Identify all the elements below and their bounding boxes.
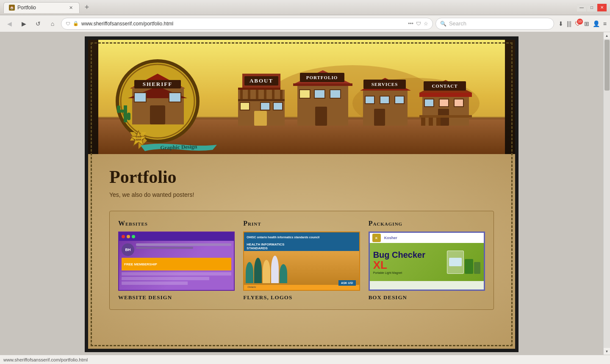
person-3 (263, 260, 270, 283)
site-body: Portfolio Yes, we also do wanted posters… (88, 154, 515, 349)
websites-category: Websites BH (118, 220, 235, 301)
svg-rect-15 (124, 105, 127, 122)
websites-title: Websites (118, 220, 235, 227)
scroll-up-arrow[interactable]: ▲ (604, 32, 610, 39)
browser-bar (119, 232, 234, 241)
website-row-2 (122, 277, 209, 280)
svg-rect-49 (380, 96, 389, 104)
new-tab-button[interactable]: + (81, 2, 92, 13)
svg-text:Graphic Design: Graphic Design (160, 143, 197, 151)
pkg-logo: K (372, 234, 381, 242)
svg-rect-58 (439, 99, 449, 107)
extensions-icon[interactable]: ⊞ (584, 20, 589, 27)
scrollbar[interactable]: ▲ ▼ (603, 32, 610, 355)
dot-green (132, 235, 135, 238)
header-illustration: SHERIFF (88, 40, 515, 154)
titlebar: 🏠 Portfolio ✕ + — □ ✕ (0, 0, 610, 15)
website-banner: FREE MEMBERSHIP (122, 258, 231, 270)
site-header: SHERIFF (88, 40, 515, 154)
tab-close-button[interactable]: ✕ (67, 4, 74, 11)
close-button[interactable]: ✕ (597, 4, 607, 11)
svg-rect-33 (261, 102, 270, 110)
svg-text:SERVICES: SERVICES (372, 82, 398, 87)
print-title: Print (243, 220, 360, 227)
tab-title: Portfolio (17, 5, 36, 11)
packaging-title: Packaging (369, 220, 485, 227)
svg-rect-27 (272, 90, 274, 99)
security-icon: 🛡 (66, 21, 70, 26)
svg-rect-23 (240, 90, 243, 99)
window-controls: — □ ✕ (577, 4, 607, 11)
lock-icon: 🔒 (73, 21, 79, 26)
person-2 (254, 258, 262, 283)
svg-rect-59 (454, 99, 463, 107)
search-bar[interactable]: 🔍 Search (435, 18, 554, 30)
website-row-3 (122, 281, 188, 285)
packaging-screenshot[interactable]: K Kosher Bug Checker XL Portable Light M… (369, 232, 485, 291)
svg-rect-40 (299, 90, 310, 98)
svg-rect-11 (134, 93, 146, 102)
maximize-button[interactable]: □ (587, 4, 596, 11)
website-screenshot[interactable]: BH FREE MEMBERSHIP (118, 232, 235, 291)
svg-rect-61 (419, 115, 472, 118)
reader-icon[interactable]: 🛡 (416, 21, 421, 27)
website-row (122, 272, 231, 276)
svg-rect-31 (254, 111, 267, 126)
active-tab[interactable]: 🏠 Portfolio ✕ (3, 2, 80, 13)
svg-marker-20 (238, 88, 280, 90)
shield-icon[interactable]: 🛡 10 (575, 20, 581, 27)
minimize-button[interactable]: — (577, 4, 586, 11)
menu-icon[interactable]: ≡ (603, 20, 607, 27)
svg-rect-43 (315, 107, 327, 126)
library-icon[interactable]: ||| (567, 20, 571, 27)
svg-text:SHERIFF: SHERIFF (143, 81, 172, 87)
svg-rect-48 (365, 96, 374, 104)
packaging-category: Packaging K Kosher Bug Checker XL (369, 220, 485, 301)
website-wrapper: SHERIFF (0, 32, 603, 355)
websites-subtitle: Website design (118, 294, 235, 301)
forward-button[interactable]: ▶ (18, 18, 30, 30)
bookmark-icon[interactable]: ☆ (424, 21, 428, 27)
portfolio-grid: Websites BH (118, 220, 485, 301)
svg-text:✦ SERIF ✦: ✦ SERIF ✦ (133, 139, 144, 141)
home-button[interactable]: ⌂ (47, 18, 58, 30)
tab-bar: 🏠 Portfolio ✕ + (3, 2, 92, 13)
print-people (244, 251, 359, 285)
portfolio-section: Websites BH (109, 211, 494, 310)
svg-rect-41 (314, 90, 325, 98)
svg-text:PORTFOLIO: PORTFOLIO (306, 75, 338, 80)
svg-rect-51 (374, 109, 385, 126)
person-4 (271, 256, 279, 283)
dot-red (122, 235, 125, 238)
profile-icon[interactable]: 👤 (593, 20, 600, 27)
svg-rect-42 (330, 90, 341, 98)
svg-rect-10 (150, 105, 165, 124)
svg-rect-12 (169, 93, 181, 102)
page-title: Portfolio (109, 167, 494, 187)
svg-text:CONTACT: CONTACT (432, 83, 458, 88)
download-icon[interactable]: ⬇ (558, 20, 563, 27)
scroll-track[interactable] (604, 39, 610, 348)
print-screenshot[interactable]: OHISC ontario health informatics standar… (243, 232, 360, 291)
svg-rect-50 (395, 96, 404, 104)
svg-rect-37 (293, 83, 352, 86)
svg-rect-62 (421, 118, 425, 126)
reload-button[interactable]: ↺ (32, 18, 44, 30)
address-bar[interactable]: 🛡 🔒 www.sheriffofsansserif.com/portfolio… (61, 18, 433, 30)
more-button[interactable]: ••• (408, 21, 413, 27)
svg-rect-32 (240, 102, 250, 110)
url-text: www.sheriffofsansserif.com/portfolio.htm… (81, 21, 405, 27)
svg-rect-26 (264, 90, 266, 99)
scroll-down-arrow[interactable]: ▼ (604, 348, 610, 355)
toolbar-icons: ⬇ ||| 🛡 10 ⊞ 👤 ≡ (558, 20, 607, 27)
svg-text:SANS: SANS (136, 135, 142, 138)
svg-rect-64 (436, 118, 441, 126)
svg-rect-17 (117, 105, 120, 113)
search-icon: 🔍 (440, 21, 446, 27)
scroll-thumb[interactable] (604, 40, 610, 91)
website-inner: SHERIFF (85, 36, 518, 352)
print-ask: ASK US! (338, 280, 356, 286)
back-button[interactable]: ◀ (3, 18, 15, 30)
svg-rect-22 (238, 99, 285, 101)
print-header: OHISC ontario health informatics standar… (244, 232, 359, 242)
